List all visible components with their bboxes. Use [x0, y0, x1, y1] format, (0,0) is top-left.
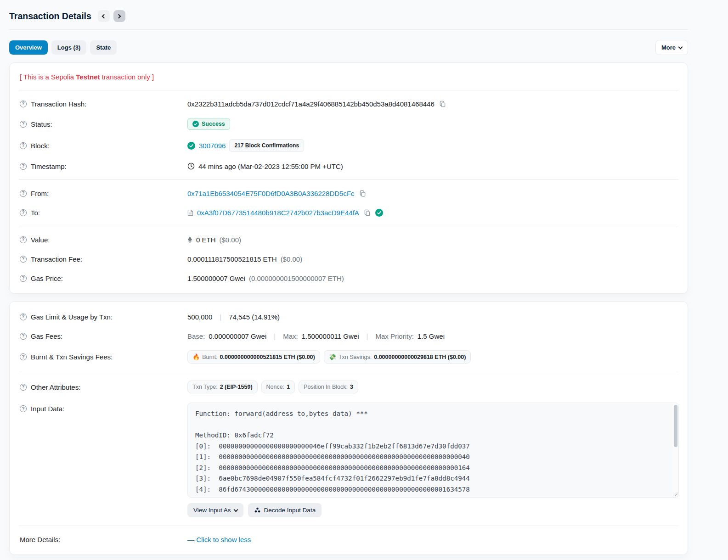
tab-logs[interactable]: Logs (3)	[51, 40, 87, 55]
input-data-line: [1]: 00000000000000000000000000000000000…	[195, 452, 666, 463]
help-icon: ?	[20, 190, 27, 197]
tab-overview[interactable]: Overview	[9, 40, 48, 55]
txn-savings-label: Txn Savings:	[339, 354, 372, 360]
block-label: Block:	[31, 142, 50, 150]
decode-input-data-button[interactable]: Decode Input Data	[248, 503, 322, 517]
burnt-label: Burnt:	[202, 354, 217, 360]
to-address-link[interactable]: 0xA3f07D6773514480b918C2742b027b3acD9E44…	[197, 209, 359, 217]
chevron-down-icon	[233, 507, 238, 512]
scrollbar-thumb[interactable]	[674, 405, 677, 447]
transaction-fee-amount: 0.000111817500521815 ETH	[187, 255, 277, 263]
row-gas-limit-usage: ? Gas Limit & Usage by Txn: 500,000 | 74…	[19, 307, 678, 326]
max-priority-label: Max Priority:	[375, 332, 413, 340]
previous-transaction-button[interactable]	[98, 10, 110, 22]
max-fee-value: 1.500000011 Gwei	[302, 332, 359, 340]
row-burnt-savings: ? Burnt & Txn Savings Fees: 🔥 Burnt: 0.0…	[19, 346, 678, 368]
notice-bold: Testnet	[76, 73, 100, 81]
row-value: ? Value: 0 ETH ($0.00)	[19, 230, 678, 249]
gas-price-amount: 1.500000007 Gwei	[187, 274, 245, 282]
from-address-link[interactable]: 0x71a1Eb6534054E75F0D6fD0A3B0A336228DD5c…	[187, 190, 355, 197]
transaction-hash-label: Transaction Hash:	[31, 100, 86, 108]
overview-card: [ This is a Sepolia Testnet transaction …	[9, 62, 688, 294]
section-gas: ? Gas Limit & Usage by Txn: 500,000 | 74…	[19, 303, 678, 372]
txn-type-value: 2 (EIP-1559)	[220, 384, 253, 390]
input-data-label: Input Data:	[31, 405, 64, 413]
row-gas-fees: ? Gas Fees: Base: 0.000000007 Gwei | Max…	[19, 326, 678, 346]
from-label: From:	[31, 190, 49, 197]
txn-savings-badge: 💸 Txn Savings: 0.00000000000029818 ETH (…	[324, 350, 471, 364]
help-icon: ?	[20, 101, 27, 107]
status-badge: Success	[187, 118, 230, 130]
check-circle-icon	[192, 121, 199, 127]
next-transaction-button[interactable]	[113, 10, 125, 22]
row-transaction-fee: ? Transaction Fee: 0.000111817500521815 …	[19, 249, 678, 269]
money-wings-icon: 💸	[329, 353, 336, 360]
row-gas-price: ? Gas Price: 1.500000007 Gwei (0.0000000…	[19, 269, 678, 288]
section-value-fee: ? Value: 0 ETH ($0.00) ? Transaction Fee…	[19, 226, 678, 291]
row-input-data: ? Input Data: Function: forward(address …	[19, 398, 678, 522]
gas-limit-value: 500,000	[187, 313, 212, 321]
help-icon: ?	[20, 353, 27, 360]
help-icon: ?	[20, 314, 27, 320]
section-from-to: ? From: 0x71a1Eb6534054E75F0D6fD0A3B0A33…	[19, 179, 678, 226]
input-data-line: [2]: 00000000000000000000000000000000000…	[195, 463, 666, 474]
txn-type-badge: Txn Type: 2 (EIP-1559)	[187, 381, 258, 393]
fire-icon: 🔥	[192, 353, 200, 360]
separator: |	[363, 332, 372, 340]
copy-icon[interactable]	[438, 101, 447, 107]
base-fee-label: Base:	[187, 332, 205, 340]
transaction-hash-value: 0x2322b311adcb5da737d012cdcf71a4a29f4068…	[187, 100, 435, 108]
block-number-link[interactable]: 3007096	[199, 142, 226, 150]
gas-fees-label: Gas Fees:	[31, 332, 62, 340]
tabs-row: Overview Logs (3) State More	[9, 40, 688, 55]
transaction-details-page: Transaction Details Overview Logs (3) St…	[9, 0, 688, 555]
section-hash-status: ? Transaction Hash: 0x2322b311adcb5da737…	[19, 90, 678, 179]
other-attributes-label: Other Attributes:	[31, 383, 80, 391]
testnet-notice: [ This is a Sepolia Testnet transaction …	[19, 65, 678, 90]
page-title: Transaction Details	[9, 11, 91, 22]
transaction-fee-label: Transaction Fee:	[31, 255, 82, 263]
separator: |	[216, 313, 225, 321]
gas-price-eth: (0.000000001500000007 ETH)	[249, 274, 344, 282]
details-card: ? Gas Limit & Usage by Txn: 500,000 | 74…	[9, 301, 688, 555]
position-value: 3	[350, 384, 353, 390]
nonce-value: 1	[287, 384, 290, 390]
input-data-textarea[interactable]: Function: forward(address to,bytes data)…	[187, 403, 679, 498]
timestamp-value: 44 mins ago (Mar-02-2023 12:55:00 PM +UT…	[198, 162, 343, 170]
help-icon: ?	[20, 163, 27, 170]
help-icon: ?	[20, 209, 27, 216]
block-confirmations-badge: 217 Block Confirmations	[229, 139, 304, 152]
contract-document-icon	[187, 209, 193, 216]
copy-icon[interactable]	[363, 209, 372, 216]
txn-type-label: Txn Type:	[192, 384, 218, 390]
page-header: Transaction Details	[9, 7, 688, 30]
scrollbar-track[interactable]	[672, 403, 678, 497]
transaction-fee-usd: ($0.00)	[281, 255, 303, 263]
to-label: To:	[31, 209, 40, 217]
gas-usage-value: 74,545 (14.91%)	[229, 313, 280, 321]
tab-list: Overview Logs (3) State	[9, 40, 117, 55]
status-label: Status:	[31, 120, 52, 128]
row-transaction-hash: ? Transaction Hash: 0x2322b311adcb5da737…	[19, 94, 678, 113]
gas-limit-label: Gas Limit & Usage by Txn:	[31, 313, 113, 321]
input-data-line: [5]: b4a00000000000000000000000000000001…	[195, 495, 666, 498]
decode-input-data-label: Decode Input Data	[264, 507, 316, 514]
more-button[interactable]: More	[655, 40, 688, 55]
help-icon: ?	[20, 405, 27, 412]
max-fee-label: Max:	[283, 332, 298, 340]
burnt-savings-label: Burnt & Txn Savings Fees:	[31, 353, 113, 361]
view-input-as-button[interactable]: View Input As	[187, 503, 243, 517]
input-data-line: MethodID: 0x6fadcf72	[195, 430, 666, 441]
value-label: Value:	[31, 236, 50, 244]
tab-state[interactable]: State	[90, 40, 117, 55]
chevron-down-icon	[678, 45, 683, 49]
copy-icon[interactable]	[358, 190, 367, 197]
help-icon: ?	[20, 384, 27, 391]
input-data-line: [3]: 6ae0bc7698de04907f550fea584fcf4732f…	[195, 473, 666, 484]
notice-suffix: transaction only ]	[100, 73, 154, 81]
max-priority-value: 1.5 Gwei	[418, 332, 445, 340]
base-fee-value: 0.000000007 Gwei	[209, 332, 266, 340]
txn-savings-value: 0.00000000000029818 ETH ($0.00)	[374, 354, 466, 360]
status-value: Success	[202, 121, 225, 127]
click-to-show-less-link[interactable]: — Click to show less	[187, 536, 251, 543]
